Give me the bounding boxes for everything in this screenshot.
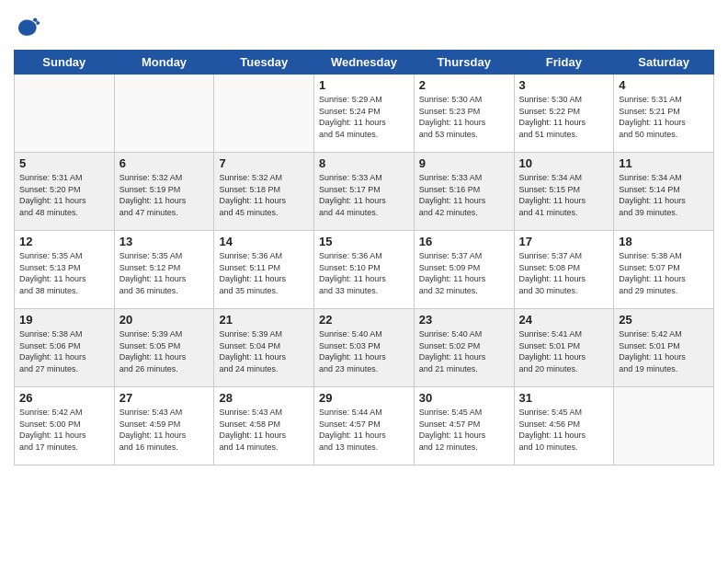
day-info: Sunrise: 5:45 AM Sunset: 4:56 PM Dayligh… <box>519 407 609 453</box>
day-of-week-header: Friday <box>514 51 614 75</box>
calendar-cell: 29Sunrise: 5:44 AM Sunset: 4:57 PM Dayli… <box>314 387 415 465</box>
day-info: Sunrise: 5:38 AM Sunset: 5:07 PM Dayligh… <box>619 250 709 296</box>
day-of-week-header: Tuesday <box>214 51 314 75</box>
calendar-cell <box>214 75 314 153</box>
day-number: 8 <box>319 156 409 170</box>
calendar-cell <box>114 75 214 153</box>
day-number: 16 <box>419 235 509 248</box>
day-of-week-header: Wednesday <box>314 51 415 75</box>
calendar-cell: 24Sunrise: 5:41 AM Sunset: 5:01 PM Dayli… <box>514 309 614 387</box>
calendar-cell <box>15 75 115 153</box>
calendar-cell: 15Sunrise: 5:36 AM Sunset: 5:10 PM Dayli… <box>314 231 415 309</box>
day-number: 9 <box>419 156 509 170</box>
calendar-week-row: 19Sunrise: 5:38 AM Sunset: 5:06 PM Dayli… <box>15 309 714 387</box>
calendar-cell: 14Sunrise: 5:36 AM Sunset: 5:11 PM Dayli… <box>214 231 314 309</box>
day-number: 1 <box>319 78 409 92</box>
calendar-cell: 23Sunrise: 5:40 AM Sunset: 5:02 PM Dayli… <box>414 309 514 387</box>
day-number: 15 <box>319 235 409 248</box>
day-number: 6 <box>119 156 210 170</box>
day-info: Sunrise: 5:32 AM Sunset: 5:19 PM Dayligh… <box>119 172 210 218</box>
day-info: Sunrise: 5:29 AM Sunset: 5:24 PM Dayligh… <box>319 94 409 140</box>
calendar-cell: 11Sunrise: 5:34 AM Sunset: 5:14 PM Dayli… <box>614 153 714 231</box>
calendar-cell: 28Sunrise: 5:43 AM Sunset: 4:58 PM Dayli… <box>214 387 314 465</box>
calendar-week-row: 12Sunrise: 5:35 AM Sunset: 5:13 PM Dayli… <box>15 231 714 309</box>
day-info: Sunrise: 5:41 AM Sunset: 5:01 PM Dayligh… <box>519 328 609 374</box>
calendar-table: SundayMondayTuesdayWednesdayThursdayFrid… <box>14 50 714 465</box>
calendar-cell: 19Sunrise: 5:38 AM Sunset: 5:06 PM Dayli… <box>15 309 115 387</box>
day-number: 20 <box>119 313 210 327</box>
day-info: Sunrise: 5:33 AM Sunset: 5:16 PM Dayligh… <box>419 172 509 218</box>
calendar-cell: 12Sunrise: 5:35 AM Sunset: 5:13 PM Dayli… <box>15 231 115 309</box>
calendar-cell: 7Sunrise: 5:32 AM Sunset: 5:18 PM Daylig… <box>214 153 314 231</box>
calendar-cell <box>614 387 714 465</box>
day-number: 7 <box>219 156 309 170</box>
day-info: Sunrise: 5:37 AM Sunset: 5:09 PM Dayligh… <box>419 250 509 296</box>
day-info: Sunrise: 5:36 AM Sunset: 5:11 PM Dayligh… <box>219 250 309 296</box>
day-number: 28 <box>219 391 309 405</box>
day-number: 29 <box>319 391 409 405</box>
calendar-cell: 22Sunrise: 5:40 AM Sunset: 5:03 PM Dayli… <box>314 309 415 387</box>
day-number: 24 <box>519 313 609 327</box>
day-number: 2 <box>419 78 509 92</box>
calendar-cell: 4Sunrise: 5:31 AM Sunset: 5:21 PM Daylig… <box>614 75 714 153</box>
day-info: Sunrise: 5:30 AM Sunset: 5:23 PM Dayligh… <box>419 94 509 140</box>
day-info: Sunrise: 5:34 AM Sunset: 5:14 PM Dayligh… <box>619 172 709 218</box>
day-info: Sunrise: 5:31 AM Sunset: 5:20 PM Dayligh… <box>19 172 109 218</box>
day-number: 4 <box>619 78 709 92</box>
day-number: 25 <box>619 313 709 327</box>
header <box>14 9 714 42</box>
calendar-cell: 21Sunrise: 5:39 AM Sunset: 5:04 PM Dayli… <box>214 309 314 387</box>
day-info: Sunrise: 5:45 AM Sunset: 4:57 PM Dayligh… <box>419 407 509 453</box>
logo-icon <box>14 17 40 42</box>
day-info: Sunrise: 5:33 AM Sunset: 5:17 PM Dayligh… <box>319 172 409 218</box>
day-info: Sunrise: 5:34 AM Sunset: 5:15 PM Dayligh… <box>519 172 609 218</box>
day-of-week-header: Thursday <box>414 51 514 75</box>
day-info: Sunrise: 5:40 AM Sunset: 5:03 PM Dayligh… <box>319 328 409 374</box>
day-number: 18 <box>619 235 709 248</box>
calendar-cell: 6Sunrise: 5:32 AM Sunset: 5:19 PM Daylig… <box>114 153 214 231</box>
calendar-week-row: 26Sunrise: 5:42 AM Sunset: 5:00 PM Dayli… <box>15 387 714 465</box>
calendar-cell: 30Sunrise: 5:45 AM Sunset: 4:57 PM Dayli… <box>414 387 514 465</box>
calendar-cell: 10Sunrise: 5:34 AM Sunset: 5:15 PM Dayli… <box>514 153 614 231</box>
day-number: 31 <box>519 391 609 405</box>
day-number: 23 <box>419 313 509 327</box>
day-number: 14 <box>219 235 309 248</box>
day-number: 10 <box>519 156 609 170</box>
day-number: 26 <box>19 391 109 405</box>
day-info: Sunrise: 5:43 AM Sunset: 4:59 PM Dayligh… <box>119 407 210 453</box>
day-info: Sunrise: 5:32 AM Sunset: 5:18 PM Dayligh… <box>219 172 309 218</box>
calendar-cell: 3Sunrise: 5:30 AM Sunset: 5:22 PM Daylig… <box>514 75 614 153</box>
day-number: 22 <box>319 313 409 327</box>
calendar-cell: 31Sunrise: 5:45 AM Sunset: 4:56 PM Dayli… <box>514 387 614 465</box>
calendar-cell: 8Sunrise: 5:33 AM Sunset: 5:17 PM Daylig… <box>314 153 415 231</box>
day-info: Sunrise: 5:42 AM Sunset: 5:01 PM Dayligh… <box>619 328 709 374</box>
day-number: 3 <box>519 78 609 92</box>
day-number: 17 <box>519 235 609 248</box>
calendar-cell: 9Sunrise: 5:33 AM Sunset: 5:16 PM Daylig… <box>414 153 514 231</box>
logo <box>14 17 41 42</box>
day-info: Sunrise: 5:42 AM Sunset: 5:00 PM Dayligh… <box>19 407 109 453</box>
day-info: Sunrise: 5:30 AM Sunset: 5:22 PM Dayligh… <box>519 94 609 140</box>
day-info: Sunrise: 5:40 AM Sunset: 5:02 PM Dayligh… <box>419 328 509 374</box>
day-info: Sunrise: 5:43 AM Sunset: 4:58 PM Dayligh… <box>219 407 309 453</box>
calendar-cell: 2Sunrise: 5:30 AM Sunset: 5:23 PM Daylig… <box>414 75 514 153</box>
day-info: Sunrise: 5:38 AM Sunset: 5:06 PM Dayligh… <box>19 328 109 374</box>
day-number: 19 <box>19 313 109 327</box>
day-info: Sunrise: 5:39 AM Sunset: 5:04 PM Dayligh… <box>219 328 309 374</box>
calendar-cell: 27Sunrise: 5:43 AM Sunset: 4:59 PM Dayli… <box>114 387 214 465</box>
calendar-cell: 13Sunrise: 5:35 AM Sunset: 5:12 PM Dayli… <box>114 231 214 309</box>
calendar-cell: 26Sunrise: 5:42 AM Sunset: 5:00 PM Dayli… <box>15 387 115 465</box>
calendar-week-row: 1Sunrise: 5:29 AM Sunset: 5:24 PM Daylig… <box>15 75 714 153</box>
day-info: Sunrise: 5:37 AM Sunset: 5:08 PM Dayligh… <box>519 250 609 296</box>
day-info: Sunrise: 5:44 AM Sunset: 4:57 PM Dayligh… <box>319 407 409 453</box>
day-of-week-header: Sunday <box>15 51 115 75</box>
calendar-cell: 1Sunrise: 5:29 AM Sunset: 5:24 PM Daylig… <box>314 75 415 153</box>
day-info: Sunrise: 5:31 AM Sunset: 5:21 PM Dayligh… <box>619 94 709 140</box>
calendar-cell: 5Sunrise: 5:31 AM Sunset: 5:20 PM Daylig… <box>15 153 115 231</box>
day-number: 21 <box>219 313 309 327</box>
calendar-header-row: SundayMondayTuesdayWednesdayThursdayFrid… <box>15 51 714 75</box>
day-number: 30 <box>419 391 509 405</box>
calendar-cell: 20Sunrise: 5:39 AM Sunset: 5:05 PM Dayli… <box>114 309 214 387</box>
day-of-week-header: Saturday <box>614 51 714 75</box>
day-info: Sunrise: 5:36 AM Sunset: 5:10 PM Dayligh… <box>319 250 409 296</box>
